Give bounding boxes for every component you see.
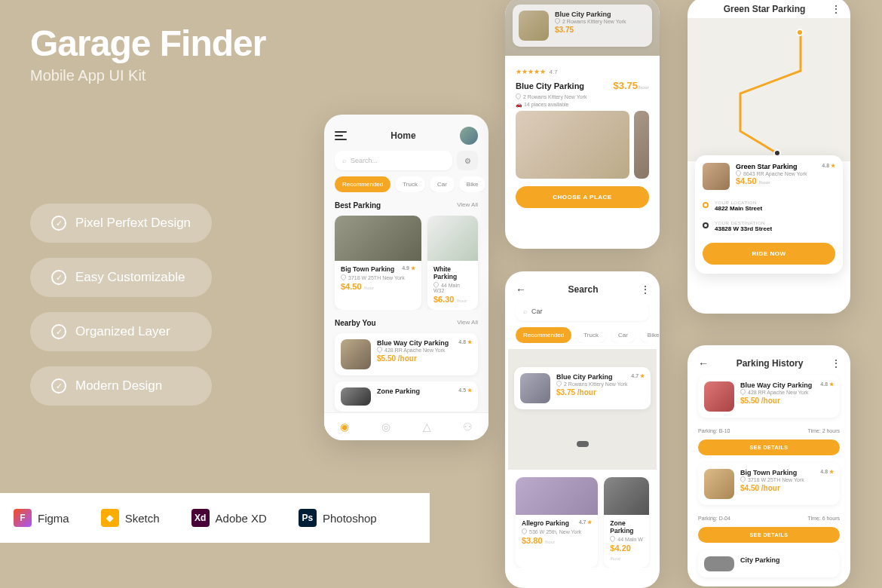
history-item[interactable]: City Parking [698,550,840,577]
pin-icon [515,93,522,100]
map-result-card[interactable]: Blue City Parking4.7 ★ 2 Rowans Kittery … [514,367,651,409]
origin-dot-icon [703,202,709,208]
pin-icon [340,274,348,281]
ps-icon: Ps [299,509,317,527]
more-icon[interactable]: ⋮ [831,357,840,369]
parking-list-item[interactable]: Zone Parking4.5 ★ [335,381,478,412]
xd-icon: Xd [191,509,210,527]
nav-profile-icon[interactable]: ⚇ [462,421,474,433]
star-icon: ★ [829,469,834,474]
filter-button[interactable]: ⚙ [457,151,478,170]
page-title: Search [568,284,598,295]
star-icon: ★ [411,265,415,271]
hero-subtitle: Mobile App UI Kit [30,67,265,84]
avatar[interactable] [460,127,478,145]
menu-icon[interactable] [335,131,347,140]
sketch-icon: ◆ [101,509,119,527]
tool-figma: FFigma [14,509,69,527]
chip-car[interactable]: Car [611,327,635,343]
star-icon: ★ [640,373,645,378]
tool-sketch: ◆Sketch [101,509,160,527]
parking-card[interactable]: Big Town Parking4.9 ★ 3718 W 25TH New Yo… [335,216,421,310]
feature-pill: ✓Organized Layer [30,312,212,351]
back-icon[interactable]: ← [698,357,709,369]
feature-pill: ✓Modern Design [30,366,212,406]
hero-title: Garage Finder [30,23,265,64]
page-title: Green Star Parking [724,4,806,14]
chip-recommended[interactable]: Recommended [516,327,571,343]
tool-ps: PsPhotoshop [299,509,377,527]
chip-bike[interactable]: Bike [459,176,486,192]
chip-recommended[interactable]: Recommended [335,176,390,192]
chip-car[interactable]: Car [430,176,455,192]
route-start-icon [796,29,804,36]
phone-detail: Blue City Parking 2 Rowans Kittery New Y… [505,0,660,249]
rating-stars: ★★★★★ 4.7 [516,63,649,77]
parking-name: Blue City Parking [516,81,584,90]
parking-card[interactable]: Zone Parking 44 Main W $4.20 /hour [604,477,649,568]
tools-bar: FFigma ◆Sketch XdAdobe XD PsPhotoshop [0,493,430,543]
see-details-button[interactable]: SEE DETAILS [698,439,840,455]
search-input[interactable]: ⌕Car [516,302,649,321]
nav-location-icon[interactable]: ◎ [380,421,392,433]
parking-address: 2 Rowans Kittery New York [516,93,649,100]
nav-bell-icon[interactable]: △ [421,421,433,433]
parking-image [703,163,730,190]
back-icon[interactable]: ← [516,283,526,296]
route-panel: Green Star Parking4.8 ★ 8643 RR Apache N… [695,155,843,274]
parking-image [341,387,371,406]
ride-now-button[interactable]: RIDE NOW [703,243,835,265]
view-all-link[interactable]: View All [457,201,478,210]
route-map[interactable] [688,18,850,161]
pin-icon [740,388,747,396]
check-icon: ✓ [51,270,66,285]
more-icon[interactable]: ⋮ [831,3,840,15]
chip-bike[interactable]: Bike [640,327,660,343]
destination-dot-icon [703,222,709,228]
figma-icon: F [14,509,32,527]
chip-truck[interactable]: Truck [395,176,425,192]
view-all-link[interactable]: View All [457,319,478,327]
phone-home: Home ⌕Search... ⚙ Recommended Truck Car … [324,115,488,440]
parking-list-item[interactable]: Blue Way City Parking4.8 ★ 428 RR Apache… [335,333,478,375]
phone-history: ← Parking History ⋮ Blue Way City Parkin… [688,345,850,586]
nav-explore-icon[interactable]: ◉ [338,421,351,433]
star-icon: ★ [467,387,472,393]
hero: Garage Finder Mobile App UI Kit [30,23,265,84]
origin-address: 4822 Main Street [715,205,762,212]
map-view[interactable]: Blue City Parking4.7 ★ 2 Rowans Kittery … [508,349,657,470]
star-icon: ★ [829,381,834,387]
phone-route: Green Star Parking ⋮ Green Star Parking4… [688,0,850,314]
parking-card[interactable]: White Parking 44 Main W32 $6.30 /hour [427,216,478,310]
search-input[interactable]: ⌕Search... [335,151,452,170]
feature-pill: ✓Pixel Perfext Design [30,204,212,243]
choose-place-button[interactable]: CHOOSE A PLACE [516,186,649,208]
bottom-nav: ◉ ◎ △ ⚇ [324,412,488,440]
star-icon: ★ [831,163,835,168]
gallery-image [516,111,629,179]
pin-icon [376,346,384,354]
phone-search: ← Search ⋮ ⌕Car Recommended Truck Car Bi… [505,271,660,588]
search-icon: ⌕ [342,157,346,164]
parking-card[interactable]: Allegro Parking4.7 ★ 536 W 25th, New Yor… [516,477,598,568]
page-title: Parking History [737,358,804,369]
pin-icon [521,528,528,535]
feature-list: ✓Pixel Perfext Design ✓Easy Customizable… [30,204,212,406]
pin-icon [740,476,747,483]
history-item[interactable]: Big Town Parking4.8 ★ 3718 W 25TH New Yo… [698,463,840,505]
parking-price: $3.75/hour [613,80,649,91]
check-icon: ✓ [51,216,66,231]
pin-icon [609,535,617,543]
chip-truck[interactable]: Truck [576,327,606,343]
more-icon[interactable]: ⋮ [640,283,649,296]
image-gallery[interactable] [505,111,660,179]
see-details-button[interactable]: SEE DETAILS [698,527,840,543]
history-item[interactable]: Blue Way City Parking4.8 ★ 428 RR Apache… [698,375,840,418]
destination-address: 43828 W 33rd Street [715,225,772,232]
places-available: 🚗 14 places available [516,102,649,108]
slider-icon: ⚙ [464,157,471,165]
preview-card: Blue City Parking 2 Rowans Kittery New Y… [513,5,652,47]
section-title: Best Parking [335,201,381,210]
page-title: Home [390,130,415,141]
gallery-image [634,111,649,179]
